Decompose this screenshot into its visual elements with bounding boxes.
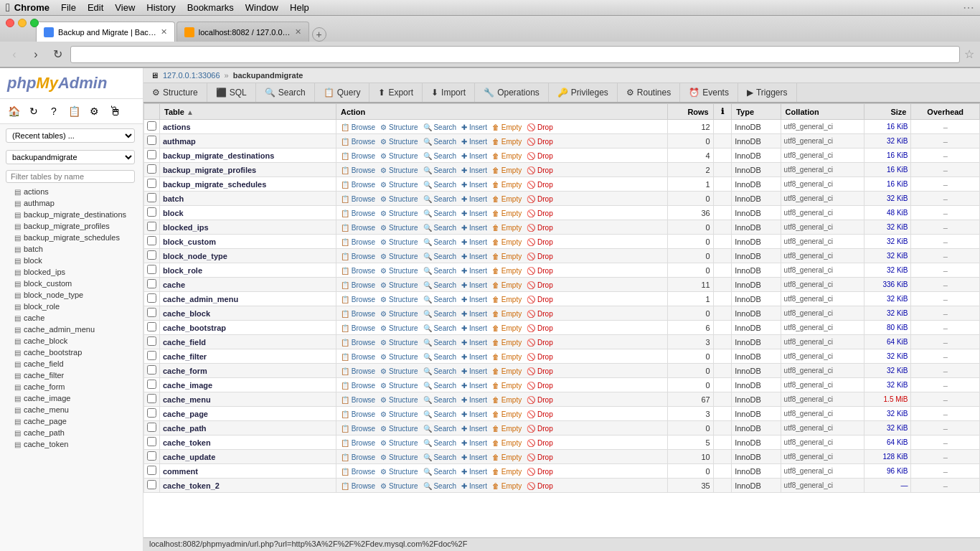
search-btn[interactable]: 🔍 Search <box>422 425 458 433</box>
insert-btn[interactable]: ✚ Insert <box>460 382 489 390</box>
tab-structure[interactable]: ⚙ Structure <box>143 83 207 102</box>
browse-btn[interactable]: 📋 Browse <box>339 238 377 246</box>
drop-btn[interactable]: 🚫 Drop <box>525 468 554 476</box>
row-checkbox-12[interactable] <box>147 293 156 303</box>
structure-btn[interactable]: ⚙ Structure <box>379 166 419 174</box>
structure-btn[interactable]: ⚙ Structure <box>379 123 419 131</box>
close-window-btn[interactable] <box>6 19 14 27</box>
drop-btn[interactable]: 🚫 Drop <box>525 482 554 490</box>
table-name-link[interactable]: block <box>163 209 184 217</box>
server-link[interactable]: 127.0.0.1:33066 <box>163 71 220 80</box>
tab-triggers[interactable]: ▶ Triggers <box>738 83 797 102</box>
structure-btn[interactable]: ⚙ Structure <box>379 224 419 232</box>
drop-btn[interactable]: 🚫 Drop <box>525 439 554 447</box>
drop-btn[interactable]: 🚫 Drop <box>525 396 554 404</box>
edit-menu[interactable]: Edit <box>88 2 103 13</box>
search-btn[interactable]: 🔍 Search <box>422 281 458 289</box>
insert-btn[interactable]: ✚ Insert <box>460 224 489 232</box>
empty-btn[interactable]: 🗑 Empty <box>491 152 523 160</box>
table-name-link[interactable]: cache_path <box>163 424 207 433</box>
structure-btn[interactable]: ⚙ Structure <box>379 238 419 246</box>
row-checkbox-9[interactable] <box>147 250 156 260</box>
table-name-link[interactable]: cache_image <box>163 381 212 390</box>
empty-btn[interactable]: 🗑 Empty <box>491 123 523 131</box>
drop-btn[interactable]: 🚫 Drop <box>525 281 554 289</box>
search-btn[interactable]: 🔍 Search <box>422 410 458 418</box>
table-name-link[interactable]: comment <box>163 467 198 476</box>
drop-btn[interactable]: 🚫 Drop <box>525 195 554 203</box>
empty-btn[interactable]: 🗑 Empty <box>491 224 523 232</box>
drop-btn[interactable]: 🚫 Drop <box>525 152 554 160</box>
sidebar-table-item[interactable]: ▤cache_bootstrap <box>0 347 143 358</box>
browse-btn[interactable]: 📋 Browse <box>339 468 377 476</box>
sidebar-table-item[interactable]: ▤block_custom <box>0 278 143 289</box>
drop-btn[interactable]: 🚫 Drop <box>525 382 554 390</box>
reload-button[interactable]: ↻ <box>49 46 66 63</box>
table-name-link[interactable]: backup_migrate_profiles <box>163 166 256 174</box>
table-name-link[interactable]: cache_block <box>163 309 210 318</box>
row-checkbox-5[interactable] <box>147 193 156 202</box>
tab-privileges[interactable]: 🔑 Privileges <box>549 83 618 102</box>
empty-btn[interactable]: 🗑 Empty <box>491 281 523 289</box>
browse-btn[interactable]: 📋 Browse <box>339 123 377 131</box>
insert-btn[interactable]: ✚ Insert <box>460 310 489 318</box>
empty-btn[interactable]: 🗑 Empty <box>491 195 523 203</box>
table-name-link[interactable]: cache_admin_menu <box>163 295 238 303</box>
row-checkbox-8[interactable] <box>147 236 156 245</box>
sidebar-table-item[interactable]: ▤actions <box>0 186 143 197</box>
search-btn[interactable]: 🔍 Search <box>422 367 458 375</box>
structure-btn[interactable]: ⚙ Structure <box>379 339 419 347</box>
structure-btn[interactable]: ⚙ Structure <box>379 439 419 447</box>
structure-btn[interactable]: ⚙ Structure <box>379 253 419 260</box>
search-btn[interactable]: 🔍 Search <box>422 296 458 303</box>
structure-btn[interactable]: ⚙ Structure <box>379 353 419 361</box>
drop-btn[interactable]: 🚫 Drop <box>525 267 554 275</box>
sidebar-table-item[interactable]: ▤backup_migrate_destinations <box>0 209 143 220</box>
structure-btn[interactable]: ⚙ Structure <box>379 410 419 418</box>
table-name-link[interactable]: cache_bootstrap <box>163 324 226 332</box>
forward-button[interactable]: › <box>27 46 44 63</box>
view-menu[interactable]: View <box>115 2 135 13</box>
insert-btn[interactable]: ✚ Insert <box>460 453 489 461</box>
row-checkbox-7[interactable] <box>147 222 156 231</box>
row-checkbox-1[interactable] <box>147 136 156 145</box>
search-btn[interactable]: 🔍 Search <box>422 238 458 246</box>
insert-btn[interactable]: ✚ Insert <box>460 166 489 174</box>
browse-btn[interactable]: 📋 Browse <box>339 439 377 447</box>
database-select[interactable]: backupandmigrate <box>6 150 135 164</box>
table-name-link[interactable]: blocked_ips <box>163 223 209 232</box>
empty-btn[interactable]: 🗑 Empty <box>491 138 523 146</box>
file-menu[interactable]: File <box>61 2 76 13</box>
structure-btn[interactable]: ⚙ Structure <box>379 195 419 203</box>
new-tab-button[interactable]: + <box>312 27 326 42</box>
browse-btn[interactable]: 📋 Browse <box>339 324 377 332</box>
browse-btn[interactable]: 📋 Browse <box>339 367 377 375</box>
insert-btn[interactable]: ✚ Insert <box>460 396 489 404</box>
tab-search[interactable]: 🔍 Search <box>256 83 315 102</box>
structure-btn[interactable]: ⚙ Structure <box>379 324 419 332</box>
row-checkbox-22[interactable] <box>147 437 156 446</box>
browse-btn[interactable]: 📋 Browse <box>339 353 377 361</box>
search-btn[interactable]: 🔍 Search <box>422 482 458 490</box>
empty-btn[interactable]: 🗑 Empty <box>491 310 523 318</box>
table-name-link[interactable]: cache_filter <box>163 352 207 361</box>
drop-btn[interactable]: 🚫 Drop <box>525 324 554 332</box>
col-rows-info[interactable]: ℹ <box>713 104 731 120</box>
empty-btn[interactable]: 🗑 Empty <box>491 209 523 217</box>
insert-btn[interactable]: ✚ Insert <box>460 152 489 160</box>
structure-btn[interactable]: ⚙ Structure <box>379 209 419 217</box>
insert-btn[interactable]: ✚ Insert <box>460 209 489 217</box>
structure-btn[interactable]: ⚙ Structure <box>379 367 419 375</box>
empty-btn[interactable]: 🗑 Empty <box>491 425 523 433</box>
insert-btn[interactable]: ✚ Insert <box>460 296 489 303</box>
structure-btn[interactable]: ⚙ Structure <box>379 281 419 289</box>
tab-export[interactable]: ⬆ Export <box>369 83 423 102</box>
window-menu[interactable]: Window <box>245 2 278 13</box>
sidebar-table-item[interactable]: ▤cache_form <box>0 381 143 392</box>
row-checkbox-2[interactable] <box>147 150 156 159</box>
row-checkbox-10[interactable] <box>147 265 156 274</box>
sidebar-table-item[interactable]: ▤block_node_type <box>0 289 143 301</box>
search-btn[interactable]: 🔍 Search <box>422 166 458 174</box>
empty-btn[interactable]: 🗑 Empty <box>491 181 523 189</box>
history-menu[interactable]: History <box>146 2 175 13</box>
